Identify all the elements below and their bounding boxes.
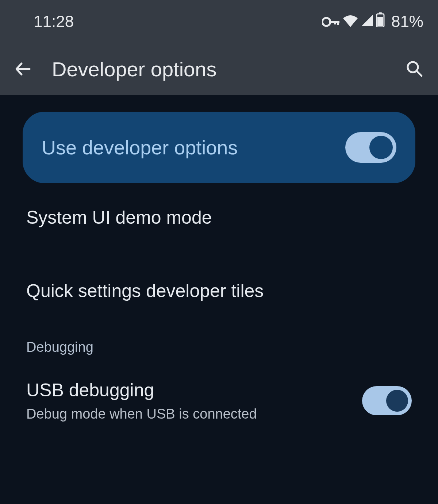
svg-rect-2 <box>337 21 339 25</box>
setting-title: USB debugging <box>26 378 362 402</box>
back-button[interactable] <box>13 59 34 79</box>
setting-usb-debugging[interactable]: USB debugging Debug mode when USB is con… <box>0 362 438 439</box>
page-title: Developer options <box>52 57 386 81</box>
app-bar: Developer options <box>0 43 438 95</box>
status-right: 81% <box>322 12 423 31</box>
toggle-thumb <box>369 136 393 159</box>
status-icons <box>322 12 385 31</box>
status-bar: 11:28 <box>0 0 438 43</box>
svg-rect-3 <box>334 21 336 24</box>
use-developer-options-toggle[interactable]: Use developer options <box>23 112 415 183</box>
setting-system-ui-demo-mode[interactable]: System UI demo mode <box>0 190 438 246</box>
section-header-debugging: Debugging <box>0 319 438 362</box>
use-developer-options-label: Use developer options <box>42 136 238 159</box>
setting-quick-settings-developer-tiles[interactable]: Quick settings developer tiles <box>0 263 438 319</box>
arrow-left-icon <box>14 60 32 78</box>
vpn-key-icon <box>322 12 340 31</box>
search-icon <box>406 60 424 78</box>
toggle-thumb <box>386 390 408 412</box>
content: Use developer options System UI demo mod… <box>0 95 438 439</box>
status-time: 11:28 <box>34 12 74 31</box>
toggle-switch[interactable] <box>362 386 412 415</box>
battery-percent: 81% <box>391 12 423 31</box>
svg-point-0 <box>322 18 330 26</box>
setting-title: Quick settings developer tiles <box>26 279 412 303</box>
toggle-switch[interactable] <box>345 132 396 163</box>
setting-title: System UI demo mode <box>26 206 412 230</box>
svg-rect-6 <box>377 17 383 26</box>
cellular-signal-icon <box>361 12 374 31</box>
search-button[interactable] <box>404 59 425 79</box>
battery-icon <box>376 12 385 31</box>
wifi-icon <box>342 12 358 31</box>
setting-subtitle: Debug mode when USB is connected <box>26 405 362 423</box>
